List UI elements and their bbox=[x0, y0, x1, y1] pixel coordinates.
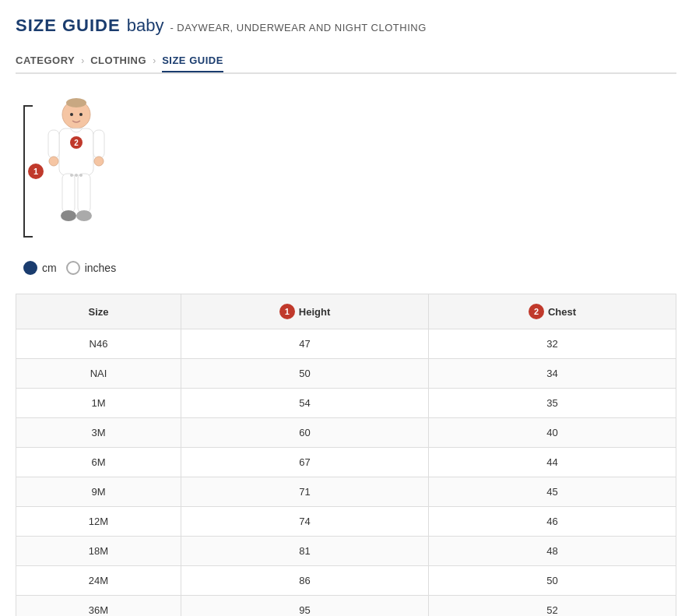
cell-size: NAI bbox=[16, 359, 181, 389]
table-row: 3M 60 40 bbox=[16, 418, 676, 448]
cell-chest: 40 bbox=[429, 418, 676, 448]
unit-toggle: cm inches bbox=[16, 261, 676, 275]
svg-point-10 bbox=[76, 210, 92, 221]
table-row: 6M 67 44 bbox=[16, 448, 676, 477]
table-row: 1M 54 35 bbox=[16, 389, 676, 418]
breadcrumb-category[interactable]: CATEGORY bbox=[16, 55, 75, 66]
figure-container: 1 bbox=[23, 97, 132, 245]
cm-option[interactable]: cm bbox=[23, 261, 57, 275]
col-header-height: 1 Height bbox=[181, 294, 429, 329]
svg-rect-8 bbox=[78, 174, 90, 213]
svg-rect-2 bbox=[59, 128, 93, 175]
title-main: SIZE GUIDE bbox=[16, 16, 121, 36]
svg-text:2: 2 bbox=[74, 139, 79, 147]
breadcrumb-size-guide[interactable]: SIZE GUIDE bbox=[162, 55, 223, 72]
cell-size: 36M bbox=[16, 596, 181, 617]
title-sub: baby bbox=[127, 16, 164, 36]
cell-chest: 48 bbox=[429, 537, 676, 566]
svg-point-5 bbox=[49, 157, 58, 166]
cell-height: 71 bbox=[181, 477, 429, 507]
baby-figure: 2 bbox=[37, 97, 115, 241]
col-header-size: Size bbox=[16, 294, 181, 329]
cell-size: 24M bbox=[16, 566, 181, 596]
breadcrumb: CATEGORY › CLOTHING › SIZE GUIDE bbox=[16, 48, 676, 74]
table-row: 9M 71 45 bbox=[16, 477, 676, 507]
cell-chest: 46 bbox=[429, 507, 676, 537]
cell-height: 54 bbox=[181, 389, 429, 418]
cell-size: 3M bbox=[16, 418, 181, 448]
cell-height: 81 bbox=[181, 537, 429, 566]
table-row: N46 47 32 bbox=[16, 329, 676, 359]
svg-point-9 bbox=[61, 210, 76, 221]
cell-height: 74 bbox=[181, 507, 429, 537]
chest-col-badge: 2 bbox=[529, 304, 544, 319]
table-row: 36M 95 52 bbox=[16, 596, 676, 617]
cell-chest: 34 bbox=[429, 359, 676, 389]
cm-radio[interactable] bbox=[23, 261, 37, 275]
inches-label: inches bbox=[85, 262, 116, 274]
cell-size: 6M bbox=[16, 448, 181, 477]
cell-chest: 32 bbox=[429, 329, 676, 359]
cell-height: 95 bbox=[181, 596, 429, 617]
cell-chest: 50 bbox=[429, 566, 676, 596]
cm-label: cm bbox=[42, 262, 57, 274]
svg-point-17 bbox=[79, 113, 83, 116]
inches-radio[interactable] bbox=[66, 261, 80, 275]
svg-point-16 bbox=[70, 113, 73, 116]
chest-col-label: Chest bbox=[548, 306, 576, 318]
cell-chest: 44 bbox=[429, 448, 676, 477]
cell-chest: 52 bbox=[429, 596, 676, 617]
cell-size: 9M bbox=[16, 477, 181, 507]
cell-size: N46 bbox=[16, 329, 181, 359]
svg-point-6 bbox=[94, 157, 104, 166]
title-desc: - Daywear, Underwear and Night Clothing bbox=[170, 22, 426, 33]
cell-height: 86 bbox=[181, 566, 429, 596]
cell-height: 67 bbox=[181, 448, 429, 477]
table-row: 24M 86 50 bbox=[16, 566, 676, 596]
height-col-badge: 1 bbox=[279, 304, 295, 319]
page-title-container: SIZE GUIDE baby - Daywear, Underwear and… bbox=[16, 16, 676, 36]
table-row: 18M 81 48 bbox=[16, 537, 676, 566]
cell-height: 60 bbox=[181, 418, 429, 448]
height-col-label: Height bbox=[299, 306, 330, 318]
size-table: Size 1 Height 2 Chest N46 47 bbox=[16, 294, 676, 616]
cell-height: 50 bbox=[181, 359, 429, 389]
svg-point-13 bbox=[79, 174, 83, 177]
svg-rect-3 bbox=[48, 130, 59, 158]
breadcrumb-clothing[interactable]: CLOTHING bbox=[90, 55, 146, 66]
breadcrumb-sep-1: › bbox=[81, 55, 84, 66]
svg-point-12 bbox=[75, 174, 78, 177]
cell-size: 12M bbox=[16, 507, 181, 537]
col-header-chest: 2 Chest bbox=[429, 294, 676, 329]
svg-rect-7 bbox=[62, 174, 75, 213]
svg-point-11 bbox=[70, 174, 73, 177]
cell-chest: 45 bbox=[429, 477, 676, 507]
cell-size: 18M bbox=[16, 537, 181, 566]
figure-area: 1 bbox=[16, 97, 676, 245]
table-row: NAI 50 34 bbox=[16, 359, 676, 389]
inches-option[interactable]: inches bbox=[66, 261, 116, 275]
table-row: 12M 74 46 bbox=[16, 507, 676, 537]
cell-size: 1M bbox=[16, 389, 181, 418]
cell-chest: 35 bbox=[429, 389, 676, 418]
svg-rect-4 bbox=[93, 130, 104, 158]
breadcrumb-sep-2: › bbox=[153, 55, 156, 66]
svg-point-1 bbox=[66, 98, 86, 107]
cell-height: 47 bbox=[181, 329, 429, 359]
